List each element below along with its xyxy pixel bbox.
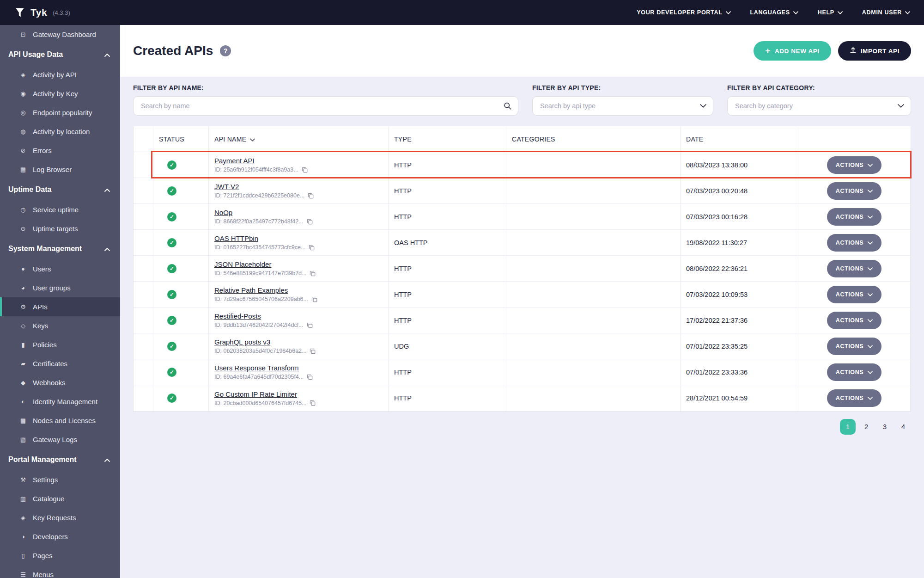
api-name-link[interactable]: Payment API (214, 157, 255, 165)
pagination-page-button[interactable]: 3 (877, 419, 893, 435)
chevron-down-icon (868, 214, 873, 220)
copy-icon[interactable] (307, 322, 313, 328)
sidebar-item[interactable]: ◈ Key Requests (0, 508, 120, 527)
copy-icon[interactable] (310, 400, 316, 406)
actions-button[interactable]: ACTIONS (827, 338, 881, 355)
api-name-link[interactable]: NoOp (214, 209, 232, 216)
cell-api-name: OAS HTTPbin ID: 0165227bc4354745773cfc9c… (209, 230, 389, 255)
sidebar-item[interactable]: ⊙ Uptime targets (0, 219, 120, 238)
actions-button[interactable]: ACTIONS (827, 312, 881, 329)
monitor-icon: ⊡ (18, 31, 28, 37)
copy-icon[interactable] (310, 271, 316, 277)
api-name-link[interactable]: JWT-V2 (214, 183, 239, 191)
copy-icon[interactable] (311, 296, 317, 302)
cell-actions: ACTIONS (798, 385, 911, 411)
topbar-menu-item[interactable]: LANGUAGES (750, 9, 798, 16)
pagination-page-button[interactable]: 4 (895, 419, 911, 435)
header-type: TYPE (389, 126, 506, 152)
sidebar-item[interactable]: ▰ Certificates (0, 354, 120, 373)
sidebar-item[interactable]: ⊡ Gateway Dashboard (0, 25, 120, 44)
copy-icon[interactable] (307, 374, 313, 380)
sidebar-item[interactable]: ◎ Endpoint popularity (0, 103, 120, 122)
sidebar-item[interactable]: ▧ Gateway Logs (0, 430, 120, 449)
sidebar-item[interactable]: System Management (0, 238, 120, 259)
api-name-link[interactable]: Users Response Transform (214, 364, 299, 372)
chevron-down-icon (793, 11, 798, 14)
filter-type-select[interactable]: Search by api type (532, 96, 713, 116)
sidebar-item-label: Gateway Dashboard (33, 31, 96, 38)
filter-name-input[interactable] (133, 96, 518, 116)
sidebar: ⊡ Gateway Dashboard API Usage Data ◈ Act… (0, 25, 120, 578)
sidebar-item[interactable]: ▥ Catalogue (0, 489, 120, 508)
sidebar-item[interactable]: ⚙ APIs (0, 297, 120, 316)
add-new-api-button[interactable]: + ADD NEW API (754, 41, 831, 61)
sidebar-item[interactable]: ☰ Menus (0, 565, 120, 578)
pagination-page-button[interactable]: 2 (858, 419, 874, 435)
api-name-link[interactable]: Go Custom IP Rate Limiter (214, 390, 297, 398)
cell-type: OAS HTTP (389, 230, 506, 255)
actions-button[interactable]: ACTIONS (827, 208, 881, 226)
api-name-link[interactable]: Relative Path Examples (214, 286, 288, 294)
copy-icon[interactable] (309, 245, 315, 251)
topbar-menu-item[interactable]: YOUR DEVELOPER PORTAL (637, 9, 730, 16)
sidebar-item[interactable]: ◕ User groups (0, 278, 120, 297)
actions-button[interactable]: ACTIONS (827, 234, 881, 252)
actions-button[interactable]: ACTIONS (827, 156, 881, 174)
sidebar-item[interactable]: ◇ Keys (0, 316, 120, 335)
actions-button-label: ACTIONS (836, 343, 863, 350)
actions-button[interactable]: ACTIONS (827, 286, 881, 303)
sidebar-item[interactable]: ▮ Policies (0, 335, 120, 354)
sidebar-item-label: APIs (33, 303, 48, 311)
sidebar-item[interactable]: Uptime Data (0, 179, 120, 200)
cell-actions: ACTIONS (798, 256, 911, 281)
copy-icon[interactable] (307, 219, 313, 225)
sidebar-item[interactable]: ◍ Activity by location (0, 122, 120, 141)
sidebar-item[interactable]: Portal Management (0, 449, 120, 470)
topbar-menu-item[interactable]: HELP (818, 9, 843, 16)
actions-button[interactable]: ACTIONS (827, 389, 881, 407)
sidebar-item[interactable]: ▯ Pages (0, 546, 120, 565)
chevron-down-icon (868, 188, 873, 194)
cell-type: HTTP (389, 178, 506, 203)
import-api-button[interactable]: IMPORT API (838, 41, 911, 61)
cell-status: ✓ (153, 178, 209, 203)
sidebar-item[interactable]: ◈ Activity by API (0, 65, 120, 84)
header-api-name[interactable]: API NAME (209, 126, 389, 152)
filter-category-label: FILTER BY API CATEGORY: (727, 84, 911, 92)
table-row: ✓ Users Response Transform ID: 69a4e6fa4… (134, 359, 911, 385)
sidebar-item[interactable]: ⊘ Errors (0, 141, 120, 160)
filter-category-select[interactable]: Search by category (727, 96, 911, 116)
sidebar-item[interactable]: ◉ Activity by Key (0, 84, 120, 103)
topbar-menu-item[interactable]: ADMIN USER (862, 9, 910, 16)
actions-button[interactable]: ACTIONS (827, 363, 881, 381)
sidebar-item[interactable]: ◆ Webhooks (0, 373, 120, 392)
actions-button[interactable]: ACTIONS (827, 182, 881, 200)
errors-icon: ⊘ (18, 148, 28, 154)
api-id-text: ID: 69a4e6fa47a645df70d2305f4... (214, 374, 304, 380)
pagination-page-button[interactable]: 1 (840, 419, 856, 435)
cell-categories (506, 385, 681, 411)
help-icon[interactable]: ? (220, 45, 231, 56)
sidebar-item-label: User groups (33, 284, 71, 292)
sidebar-item[interactable]: ▤ Log Browser (0, 160, 120, 179)
sidebar-item[interactable]: API Usage Data (0, 44, 120, 65)
api-name-link[interactable]: Restified-Posts (214, 312, 261, 320)
copy-icon[interactable] (310, 348, 316, 354)
sidebar-item[interactable]: ● Users (0, 259, 120, 278)
actions-button[interactable]: ACTIONS (827, 260, 881, 277)
sidebar-item[interactable]: ▦ Nodes and Licenses (0, 411, 120, 430)
copy-icon[interactable] (302, 167, 308, 173)
cell-categories (506, 307, 681, 333)
sidebar-item[interactable]: ◑ Developers (0, 527, 120, 546)
sidebar-item[interactable]: ◐ Identity Management (0, 392, 120, 411)
upload-icon (850, 47, 857, 55)
copy-icon[interactable] (308, 193, 314, 199)
sidebar-item-label: Catalogue (33, 495, 64, 503)
api-name-link[interactable]: GraphQL posts v3 (214, 338, 270, 346)
api-name-link[interactable]: JSON Placeholder (214, 260, 271, 268)
cell-categories (506, 359, 681, 385)
sidebar-item[interactable]: ◷ Service uptime (0, 200, 120, 219)
api-name-link[interactable]: OAS HTTPbin (214, 234, 258, 242)
sidebar-item-label: Uptime Data (8, 185, 51, 194)
sidebar-item[interactable]: ⚒ Settings (0, 470, 120, 489)
